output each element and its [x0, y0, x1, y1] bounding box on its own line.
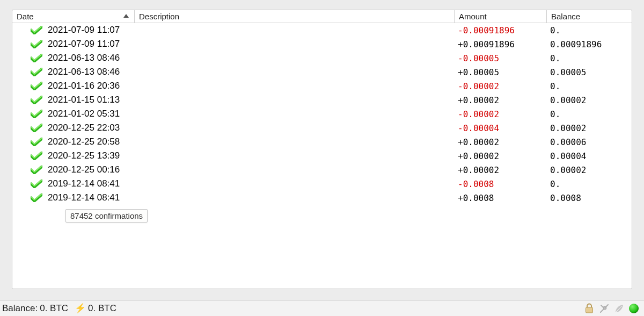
table-row[interactable]: 2021-01-02 05:31-0.000020. [12, 107, 632, 121]
table-row[interactable]: 2019-12-14 08:41+0.00080.0008 [12, 191, 632, 205]
confirmed-check-icon [31, 179, 42, 188]
cell-amount: +0.00002 [455, 137, 547, 147]
confirmed-check-icon [31, 166, 42, 174]
cell-balance: 0.00004 [547, 151, 632, 161]
date-text: 2021-01-15 01:13 [48, 95, 120, 105]
cell-balance: 0.00002 [547, 95, 632, 105]
confirmed-check-icon [31, 124, 42, 132]
sort-ascending-icon [123, 14, 129, 18]
svg-rect-0 [586, 307, 593, 313]
date-text: 2021-07-09 11:07 [48, 39, 120, 49]
table-body: 2021-07-09 11:07-0.000918960.2021-07-09 … [12, 23, 632, 205]
cell-date: 2021-07-09 11:07 [12, 39, 135, 49]
table-row[interactable]: 2019-12-14 08:41-0.00080. [12, 177, 632, 191]
cell-balance: 0.00091896 [547, 39, 632, 49]
cell-amount: -0.00002 [455, 81, 547, 91]
cell-date: 2020-12-25 00:16 [12, 164, 135, 175]
table-row[interactable]: 2021-07-09 11:07-0.000918960. [12, 23, 632, 37]
cell-date: 2021-01-15 01:13 [12, 95, 135, 105]
network-status-icon[interactable] [629, 304, 639, 313]
balance-label: Balance: [2, 303, 38, 314]
status-icons [584, 303, 644, 314]
table-row[interactable]: 2021-06-13 08:46+0.000050.00005 [12, 65, 632, 79]
confirmed-check-icon [31, 138, 42, 146]
date-text: 2019-12-14 08:41 [48, 192, 120, 203]
cell-amount: -0.00002 [455, 109, 547, 119]
cell-date: 2019-12-14 08:41 [12, 178, 135, 189]
date-text: 2020-12-25 20:58 [48, 137, 120, 147]
date-text: 2020-12-25 22:03 [48, 123, 120, 133]
cell-balance: 0.00005 [547, 67, 632, 77]
cell-date: 2021-07-09 11:07 [12, 25, 135, 35]
cell-amount: +0.00002 [455, 151, 547, 161]
cell-amount: -0.00005 [455, 53, 547, 63]
cell-balance: 0.00002 [547, 165, 632, 175]
date-text: 2020-12-25 13:39 [48, 150, 120, 161]
confirmed-check-icon [31, 152, 42, 160]
table-row[interactable]: 2021-07-09 11:07+0.000918960.00091896 [12, 37, 632, 51]
confirmed-check-icon [31, 68, 42, 76]
date-text: 2021-01-16 20:36 [48, 81, 120, 91]
column-header-balance[interactable]: Balance [547, 10, 632, 23]
confirmed-check-icon [31, 26, 42, 34]
confirmed-check-icon [31, 82, 42, 90]
cell-amount: +0.00005 [455, 67, 547, 77]
transactions-panel: Date Description Amount Balance 2021-07-… [12, 10, 632, 289]
status-bar: Balance: 0. BTC ⚡ 0. BTC [0, 300, 644, 316]
cell-date: 2020-12-25 20:58 [12, 137, 135, 147]
cell-balance: 0. [547, 25, 632, 35]
cell-balance: 0.00002 [547, 123, 632, 133]
cell-balance: 0.00006 [547, 137, 632, 147]
cell-date: 2021-01-02 05:31 [12, 109, 135, 119]
table-row[interactable]: 2020-12-25 20:58+0.000020.00006 [12, 135, 632, 149]
table-row[interactable]: 2021-06-13 08:46-0.000050. [12, 51, 632, 65]
cell-date: 2021-06-13 08:46 [12, 53, 135, 63]
cell-amount: +0.00002 [455, 95, 547, 105]
table-row[interactable]: 2020-12-25 00:16+0.000020.00002 [12, 163, 632, 177]
cell-date: 2020-12-25 22:03 [12, 123, 135, 133]
confirmed-check-icon [31, 96, 42, 104]
table-row[interactable]: 2021-01-16 20:36-0.000020. [12, 79, 632, 93]
table-row[interactable]: 2020-12-25 13:39+0.000020.00004 [12, 149, 632, 163]
cell-amount: -0.0008 [455, 179, 547, 189]
date-text: 2021-06-13 08:46 [48, 67, 120, 77]
cell-date: 2021-01-16 20:36 [12, 81, 135, 91]
date-text: 2020-12-25 00:16 [48, 164, 120, 175]
balance-value: 0. BTC [40, 303, 68, 314]
lock-icon[interactable] [584, 303, 595, 314]
seed-icon[interactable] [614, 303, 625, 314]
lightning-icon: ⚡ [75, 303, 86, 314]
cell-date: 2020-12-25 13:39 [12, 150, 135, 161]
column-label: Balance [551, 12, 580, 21]
tooltip-text: 87452 confirmations [70, 211, 143, 220]
cell-amount: +0.00091896 [455, 39, 547, 49]
cell-balance: 0.0008 [547, 193, 632, 203]
cell-balance: 0. [547, 109, 632, 119]
date-text: 2021-06-13 08:46 [48, 53, 120, 63]
column-header-amount[interactable]: Amount [455, 10, 547, 23]
column-header-date[interactable]: Date [12, 10, 135, 23]
date-text: 2021-01-02 05:31 [48, 109, 120, 119]
confirmations-tooltip: 87452 confirmations [65, 209, 148, 222]
date-text: 2021-07-09 11:07 [48, 25, 120, 35]
cell-amount: -0.00091896 [455, 25, 547, 35]
cell-balance: 0. [547, 53, 632, 63]
lightning-balance-value: 0. BTC [88, 303, 116, 314]
tools-icon[interactable] [599, 303, 610, 314]
cell-balance: 0. [547, 179, 632, 189]
table-row[interactable]: 2020-12-25 22:03-0.000040.00002 [12, 121, 632, 135]
column-label: Description [139, 12, 179, 21]
table-row[interactable]: 2021-01-15 01:13+0.000020.00002 [12, 93, 632, 107]
cell-date: 2019-12-14 08:41 [12, 192, 135, 203]
cell-balance: 0. [547, 81, 632, 91]
date-text: 2019-12-14 08:41 [48, 178, 120, 189]
column-header-description[interactable]: Description [135, 10, 455, 23]
confirmed-check-icon [31, 40, 42, 48]
cell-amount: +0.0008 [455, 193, 547, 203]
column-label: Amount [459, 12, 487, 21]
cell-amount: +0.00002 [455, 165, 547, 175]
confirmed-check-icon [31, 54, 42, 62]
table-header: Date Description Amount Balance [12, 10, 632, 23]
cell-date: 2021-06-13 08:46 [12, 67, 135, 77]
confirmed-check-icon [31, 110, 42, 118]
